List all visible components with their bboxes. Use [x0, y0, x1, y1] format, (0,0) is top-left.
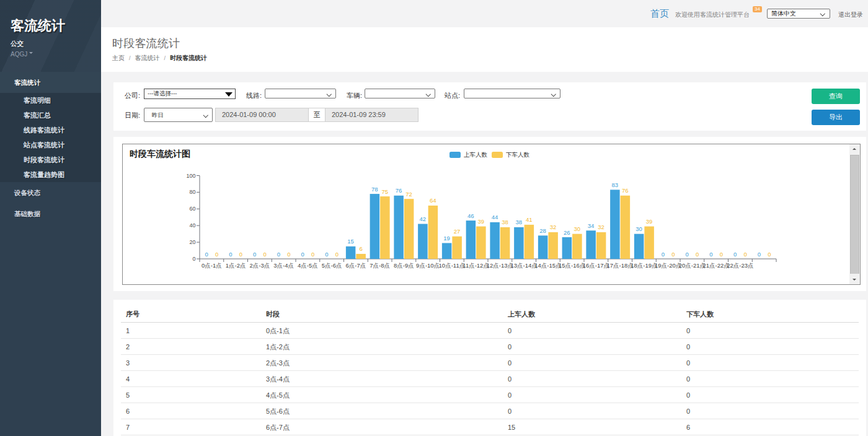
svg-text:0: 0 [192, 256, 195, 262]
svg-text:18点-19点: 18点-19点 [631, 262, 657, 269]
svg-text:83: 83 [612, 181, 619, 188]
svg-text:0: 0 [229, 251, 232, 258]
svg-text:15: 15 [347, 238, 354, 245]
svg-text:39: 39 [478, 218, 485, 225]
svg-text:0: 0 [768, 251, 771, 258]
svg-text:0: 0 [696, 251, 699, 258]
svg-text:9点-10点: 9点-10点 [416, 262, 440, 269]
svg-text:0: 0 [277, 251, 280, 258]
svg-text:41: 41 [526, 216, 533, 223]
svg-text:11点-12点: 11点-12点 [463, 262, 489, 269]
svg-text:6: 6 [359, 245, 362, 252]
svg-text:0: 0 [311, 251, 314, 258]
svg-text:30: 30 [574, 225, 581, 232]
svg-text:14点-15点: 14点-15点 [534, 262, 561, 269]
svg-text:39: 39 [646, 218, 653, 225]
svg-text:32: 32 [598, 224, 604, 230]
svg-text:0: 0 [662, 251, 665, 258]
svg-text:60: 60 [189, 206, 195, 212]
svg-text:21点-22点: 21点-22点 [702, 262, 729, 269]
svg-text:0: 0 [335, 251, 339, 258]
svg-text:30: 30 [636, 225, 642, 232]
svg-text:0: 0 [325, 251, 328, 258]
svg-text:0: 0 [301, 251, 304, 258]
svg-text:72: 72 [405, 191, 412, 198]
svg-text:44: 44 [492, 214, 498, 220]
svg-text:15点-16点: 15点-16点 [559, 262, 585, 269]
svg-text:13点-14点: 13点-14点 [510, 262, 537, 269]
svg-text:38: 38 [502, 219, 508, 225]
svg-text:0: 0 [733, 251, 737, 258]
svg-text:78: 78 [371, 186, 378, 193]
svg-text:0: 0 [239, 251, 242, 258]
svg-text:34: 34 [588, 222, 595, 229]
svg-text:12点-13点: 12点-13点 [487, 262, 513, 269]
svg-text:0: 0 [685, 251, 688, 258]
svg-text:7点-8点: 7点-8点 [370, 262, 390, 269]
svg-text:10点-11点: 10点-11点 [439, 262, 466, 269]
svg-text:4点-5点: 4点-5点 [298, 262, 318, 269]
svg-text:0: 0 [263, 251, 266, 258]
svg-text:16点-17点: 16点-17点 [583, 262, 609, 269]
svg-text:40: 40 [189, 222, 195, 229]
svg-text:0点-1点: 0点-1点 [202, 262, 222, 269]
svg-text:46: 46 [467, 212, 474, 219]
svg-text:0: 0 [720, 251, 723, 258]
svg-text:2点-3点: 2点-3点 [250, 262, 270, 269]
svg-text:8点-9点: 8点-9点 [394, 262, 414, 269]
svg-text:64: 64 [430, 197, 436, 204]
svg-text:19: 19 [443, 235, 450, 242]
svg-text:76: 76 [622, 187, 629, 194]
svg-text:17点-18点: 17点-18点 [606, 262, 633, 269]
svg-text:76: 76 [396, 187, 402, 194]
svg-text:80: 80 [189, 189, 195, 195]
svg-text:75: 75 [382, 188, 389, 195]
svg-text:3点-4点: 3点-4点 [273, 262, 294, 269]
svg-text:20: 20 [189, 239, 195, 245]
svg-text:0: 0 [758, 251, 761, 258]
svg-text:22点-23点: 22点-23点 [727, 262, 753, 269]
svg-text:0: 0 [671, 251, 675, 258]
svg-text:0: 0 [205, 251, 208, 258]
svg-text:100: 100 [186, 173, 195, 179]
svg-text:38: 38 [516, 219, 523, 225]
svg-text:26: 26 [564, 229, 570, 236]
svg-text:0: 0 [287, 251, 290, 258]
svg-text:27: 27 [454, 228, 461, 235]
svg-text:0: 0 [215, 251, 218, 258]
svg-text:42: 42 [420, 216, 427, 222]
svg-text:20点-21点: 20点-21点 [679, 262, 706, 269]
svg-text:19点-20点: 19点-20点 [655, 262, 681, 269]
svg-text:1点-2点: 1点-2点 [226, 262, 246, 269]
svg-text:32: 32 [550, 224, 557, 230]
svg-text:5点-6点: 5点-6点 [322, 262, 342, 269]
svg-text:0: 0 [709, 251, 712, 258]
svg-text:28: 28 [539, 227, 546, 234]
svg-text:0: 0 [253, 251, 256, 258]
svg-text:6点-7点: 6点-7点 [346, 262, 366, 269]
svg-text:0: 0 [743, 251, 746, 258]
